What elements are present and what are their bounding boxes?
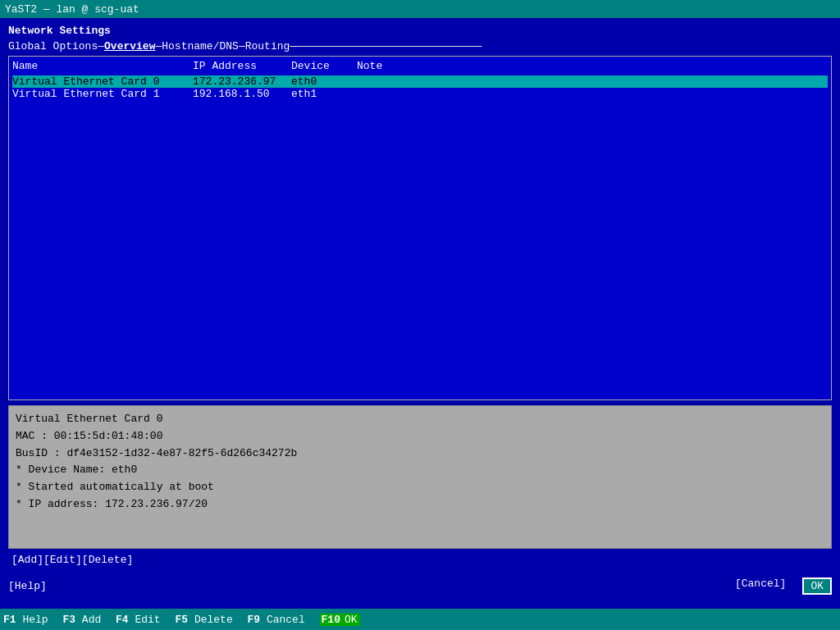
col-header-note: Note [357,60,828,72]
fkey-f10[interactable]: F10 OK [320,614,360,626]
right-buttons: [Cancel] OK [735,578,832,595]
col-header-ip: IP Address [193,60,291,72]
details-busid: BusID : df4e3152-1d32-4e87-82f5-6d266c34… [16,445,824,463]
tab-hostname-dns[interactable]: Hostname/DNS [162,40,239,52]
col-header-device: Device [291,60,357,72]
tab-separator-1: — [98,40,104,52]
action-bar: [Add][Edit][Delete] [8,552,832,568]
tab-separator-4: —————————————————————————————— [290,40,482,52]
row-1-device: eth1 [291,88,357,100]
details-item-2: * IP address: 172.23.236.97/20 [16,496,824,514]
row-0-name: Virtual Ethernet Card 0 [12,75,193,88]
main-content: Network Settings Global Options — Overvi… [0,18,840,574]
page-title: Network Settings [8,25,832,37]
add-button[interactable]: [Add] [11,554,43,566]
row-0-ip: 172.23.236.97 [193,75,291,88]
delete-button[interactable]: [Delete] [82,554,133,566]
title-bar: YaST2 — lan @ scg-uat [0,0,840,18]
fkey-f3[interactable]: F3 Add [62,614,114,626]
tab-separator-3: — [239,40,245,52]
fkey-f9[interactable]: F9 Cancel [248,614,318,626]
cancel-button[interactable]: [Cancel] [735,578,786,595]
details-panel: Virtual Ethernet Card 0 MAC : 00:15:5d:0… [8,405,832,549]
row-1-ip: 192.168.1.50 [193,88,291,100]
title-text: YaST2 — lan @ scg-uat [5,3,139,16]
details-item-1: * Started automatically at boot [16,479,824,496]
details-title: Virtual Ethernet Card 0 [16,411,824,428]
details-mac: MAC : 00:15:5d:01:48:00 [16,428,824,445]
table-row[interactable]: Virtual Ethernet Card 0 172.23.236.97 et… [12,75,828,88]
fkey-f1[interactable]: F1 Help [3,614,61,626]
tab-separator-2: — [155,40,162,52]
edit-button[interactable]: [Edit] [43,554,82,566]
table-row[interactable]: Virtual Ethernet Card 1 192.168.1.50 eth… [12,88,828,100]
row-0-device: eth0 [291,75,357,88]
row-0-note [357,75,828,88]
ok-button[interactable]: OK [802,578,832,595]
button-bar: [Help] [Cancel] OK [0,574,840,598]
help-button[interactable]: [Help] [8,580,47,592]
details-item-0: * Device Name: eth0 [16,462,824,479]
fkey-f4[interactable]: F4 Edit [116,614,173,626]
tab-overview[interactable]: Overview [104,40,155,52]
funckey-bar: F1 Help F3 Add F4 Edit F5 Delete F9 Canc… [0,609,840,630]
tab-routing[interactable]: Routing [245,40,290,52]
tab-bar: Global Options — Overview — Hostname/DNS… [8,40,832,52]
row-1-name: Virtual Ethernet Card 1 [12,88,193,100]
row-1-note [357,88,828,100]
list-header: Name IP Address Device Note [12,60,828,74]
fkey-f5[interactable]: F5 Delete [175,614,245,626]
col-header-name: Name [12,60,193,72]
tab-global-options[interactable]: Global Options [8,40,98,52]
network-list-box: Name IP Address Device Note Virtual Ethe… [8,56,832,400]
